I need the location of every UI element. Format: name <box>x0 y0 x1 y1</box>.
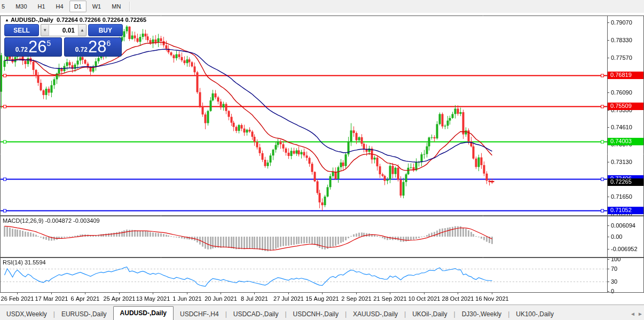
chart-tabs-bar: USDX,Weekly|EURUSD-,DailyAUDUSD-,DailyUS… <box>0 305 644 320</box>
timeframe-toolbar: 5M30H1H4D1W1MN <box>0 0 644 13</box>
chart-tab-uk100-daily[interactable]: UK100-,Daily <box>509 308 560 320</box>
trade-panel-prices: 0.72 26 5 0.72 28 6 <box>4 37 123 57</box>
volume-increase-button[interactable]: ▲ <box>78 24 87 36</box>
chart-tab-ukoil-daily[interactable]: UKOil-,Daily <box>406 308 453 320</box>
timeframe-button-mn[interactable]: MN <box>107 1 125 12</box>
timeframe-button-5[interactable]: 5 <box>0 1 10 12</box>
chevron-down-icon: ▼ <box>43 28 47 33</box>
timeframe-button-w1[interactable]: W1 <box>88 1 106 12</box>
chart-tab-usdx-weekly[interactable]: USDX,Weekly <box>0 308 53 320</box>
volume-input[interactable] <box>49 24 78 36</box>
chart-ohlc-quotes: 0.72264 0.72266 0.72264 0.72265 <box>57 17 146 23</box>
timeframe-button-h4[interactable]: H4 <box>51 1 68 12</box>
buy-button[interactable]: BUY <box>88 24 123 36</box>
chevron-up-icon: ▲ <box>80 28 84 33</box>
chart-tab-dj30-weekly[interactable]: DJ30-,Weekly <box>455 308 508 320</box>
chart-tab-usdcnh-daily[interactable]: USDCNH-,Daily <box>287 308 345 320</box>
chart-tab-audusd-daily[interactable]: AUDUSD-,Daily <box>113 306 174 320</box>
chart-tab-xauusd-daily[interactable]: XAUUSD-,Daily <box>347 308 404 320</box>
sell-price-prefix: 0.72 <box>15 46 28 53</box>
toolbar-separator <box>129 2 130 11</box>
chart-tab-usdcad-daily[interactable]: USDCAD-,Daily <box>227 308 285 320</box>
one-click-trade-panel: SELL ▼ ▲ BUY 0.72 26 5 0.72 28 6 <box>4 24 123 57</box>
chart-symbol-label: AUDUSD-,Daily <box>11 17 53 23</box>
trade-panel-controls: SELL ▼ ▲ BUY <box>4 24 123 36</box>
chart-tab-eurusd-daily[interactable]: EURUSD-,Daily <box>55 308 113 320</box>
chart-tab-usdchf-h4[interactable]: USDCHF-,H4 <box>174 308 225 320</box>
sell-price-big-digits: 26 <box>28 38 46 56</box>
buy-price-big-digits: 28 <box>88 38 106 56</box>
timeframe-button-h1[interactable]: H1 <box>33 1 50 12</box>
collapse-arrow-icon[interactable]: ▲ <box>5 18 9 22</box>
tab-scroll-left-button[interactable]: ◄ <box>629 308 637 320</box>
timeframe-button-m30[interactable]: M30 <box>11 1 32 12</box>
sell-button[interactable]: SELL <box>4 24 39 36</box>
buy-price-pip-digit: 6 <box>107 39 111 48</box>
volume-decrease-button[interactable]: ▼ <box>41 24 49 36</box>
buy-price-prefix: 0.72 <box>75 46 88 53</box>
chart-title: ▲AUDUSD-,Daily0.72264 0.72266 0.72264 0.… <box>5 17 146 23</box>
tab-scroll-right-button[interactable]: ► <box>637 308 644 320</box>
sell-price-display[interactable]: 0.72 26 5 <box>4 37 62 57</box>
timeframe-button-d1[interactable]: D1 <box>69 1 87 12</box>
trading-terminal-window: 5M30H1H4D1W1MN ▲AUDUSD-,Daily0.72264 0.7… <box>0 0 644 320</box>
buy-price-display[interactable]: 0.72 28 6 <box>64 37 122 57</box>
sell-price-pip-digit: 5 <box>47 39 51 48</box>
